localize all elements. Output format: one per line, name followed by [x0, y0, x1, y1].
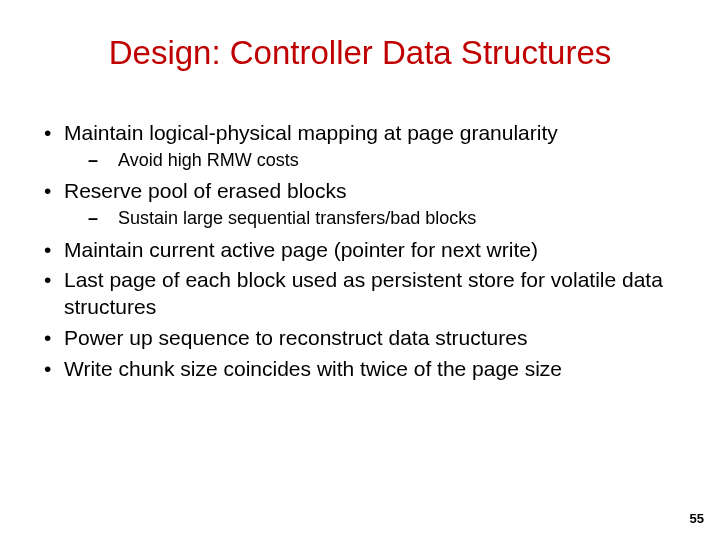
bullet-text: Reserve pool of erased blocks: [64, 179, 347, 202]
bullet-text: Write chunk size coincides with twice of…: [64, 357, 562, 380]
slide-body: Maintain logical-physical mapping at pag…: [40, 120, 680, 387]
slide: Design: Controller Data Structures Maint…: [0, 0, 720, 540]
bullet-item: Maintain logical-physical mapping at pag…: [40, 120, 680, 172]
bullet-item: Power up sequence to reconstruct data st…: [40, 325, 680, 352]
bullet-item: Last page of each block used as persiste…: [40, 267, 680, 321]
page-number: 55: [690, 511, 704, 526]
sub-bullet-item: Avoid high RMW costs: [64, 149, 680, 172]
bullet-text: Maintain current active page (pointer fo…: [64, 238, 538, 261]
bullet-text: Maintain logical-physical mapping at pag…: [64, 121, 558, 144]
bullet-item: Reserve pool of erased blocks Sustain la…: [40, 178, 680, 230]
sub-bullet-item: Sustain large sequential transfers/bad b…: [64, 207, 680, 230]
bullet-text: Last page of each block used as persiste…: [64, 268, 663, 318]
bullet-text: Power up sequence to reconstruct data st…: [64, 326, 527, 349]
sub-bullet-list: Sustain large sequential transfers/bad b…: [64, 207, 680, 230]
bullet-list: Maintain logical-physical mapping at pag…: [40, 120, 680, 383]
slide-title: Design: Controller Data Structures: [0, 34, 720, 72]
sub-bullet-text: Sustain large sequential transfers/bad b…: [118, 208, 476, 228]
bullet-item: Maintain current active page (pointer fo…: [40, 237, 680, 264]
bullet-item: Write chunk size coincides with twice of…: [40, 356, 680, 383]
sub-bullet-list: Avoid high RMW costs: [64, 149, 680, 172]
sub-bullet-text: Avoid high RMW costs: [118, 150, 299, 170]
